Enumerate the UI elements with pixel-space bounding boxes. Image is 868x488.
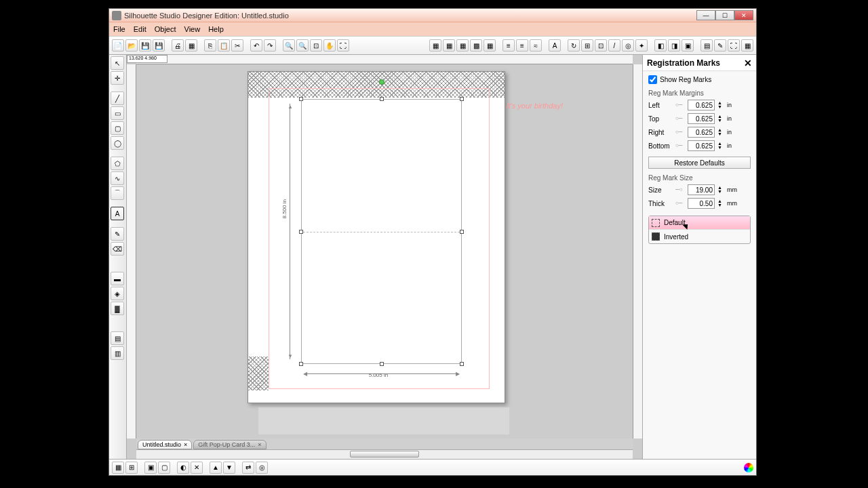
- undo-icon[interactable]: ↶: [250, 39, 262, 52]
- slider-icon[interactable]: ○─: [675, 200, 685, 207]
- line-tool-icon[interactable]: ╱: [111, 92, 124, 105]
- modify-icon[interactable]: ✦: [635, 39, 648, 52]
- scrollbar-thumb[interactable]: [350, 451, 419, 458]
- new-icon[interactable]: 📄: [112, 39, 124, 52]
- save-icon[interactable]: 💾: [139, 39, 151, 52]
- reg2-icon[interactable]: ▦: [484, 39, 496, 52]
- spinner[interactable]: ▲▼: [717, 199, 724, 207]
- spinner[interactable]: ▲▼: [717, 115, 724, 123]
- handle-mr[interactable]: [460, 230, 464, 234]
- paste-icon[interactable]: 📋: [218, 39, 230, 52]
- fit-icon[interactable]: ⛶: [337, 39, 349, 52]
- slider-icon[interactable]: ○─: [675, 115, 685, 122]
- spinner[interactable]: ▲▼: [717, 186, 724, 194]
- save2-icon[interactable]: 💾: [153, 39, 165, 52]
- print-icon[interactable]: 🖨: [172, 39, 184, 52]
- polygon-icon[interactable]: ⬠: [111, 157, 124, 170]
- handle-br[interactable]: [460, 362, 464, 366]
- store-icon[interactable]: ▤: [111, 331, 124, 345]
- handle-tm[interactable]: [380, 97, 384, 101]
- fill-icon[interactable]: ▓: [111, 302, 124, 315]
- center-icon[interactable]: ◎: [256, 462, 268, 474]
- tab-active[interactable]: Untitled.studio ×: [138, 440, 192, 449]
- spinner[interactable]: ▲▼: [717, 128, 724, 136]
- arc-icon[interactable]: ⌒: [111, 186, 124, 200]
- snap2-icon[interactable]: ⊞: [125, 462, 138, 474]
- sketch-icon[interactable]: ✎: [714, 39, 726, 52]
- style-inverted[interactable]: Inverted: [649, 230, 750, 243]
- left-input[interactable]: [688, 100, 715, 110]
- cut-icon[interactable]: ✂: [231, 39, 243, 52]
- scale-icon[interactable]: /: [608, 39, 620, 52]
- handle-bl[interactable]: [299, 362, 303, 366]
- zoom-out-icon[interactable]: 🔍: [296, 39, 309, 52]
- text-style-icon[interactable]: A: [549, 39, 561, 52]
- copy-icon[interactable]: ⎘: [204, 39, 216, 52]
- eraser-icon[interactable]: ⌫: [111, 242, 124, 256]
- weld-icon[interactable]: ◐: [177, 462, 189, 474]
- knife-icon[interactable]: ▬: [111, 272, 124, 285]
- tab-inactive[interactable]: Gift Pop-Up Card 3... ×: [193, 440, 266, 449]
- replicate-icon[interactable]: ⊡: [595, 39, 607, 52]
- show-reg-marks-checkbox[interactable]: [648, 75, 657, 84]
- open-icon[interactable]: 📂: [125, 39, 138, 52]
- restore-defaults-button[interactable]: Restore Defaults: [648, 157, 751, 169]
- zoom-in-icon[interactable]: 🔍: [283, 39, 295, 52]
- ellipse-icon[interactable]: ◯: [111, 136, 124, 150]
- rotation-handle[interactable]: [379, 79, 384, 85]
- mirror-icon[interactable]: ⇄: [242, 462, 254, 474]
- page-setup-icon[interactable]: ▦: [429, 39, 441, 52]
- select-icon[interactable]: ↖: [111, 56, 124, 70]
- edit-points-icon[interactable]: ✛: [111, 71, 124, 85]
- page[interactable]: ▲ ▼ 8.500 in ◀ ▶ 5.005 in It's your birt…: [248, 71, 505, 403]
- delete-icon[interactable]: ✕: [191, 462, 203, 474]
- close-button[interactable]: ✕: [734, 10, 753, 20]
- tab-close-icon[interactable]: ×: [258, 441, 261, 448]
- slider-icon[interactable]: ○─: [675, 129, 685, 136]
- bottom-input[interactable]: [688, 140, 715, 151]
- menu-edit[interactable]: Edit: [134, 25, 146, 33]
- right-input[interactable]: [688, 127, 715, 138]
- front-icon[interactable]: ▲: [210, 462, 222, 474]
- line3-icon[interactable]: ≈: [530, 39, 542, 52]
- scrollbar-horizontal[interactable]: [136, 449, 633, 459]
- cut-settings-icon[interactable]: ⛶: [728, 39, 740, 52]
- library-icon[interactable]: ▤: [701, 39, 713, 52]
- reg-marks-icon[interactable]: ▩: [470, 39, 482, 52]
- transform-icon[interactable]: ↻: [568, 39, 580, 52]
- redo-icon[interactable]: ↷: [264, 39, 276, 52]
- zoom-sel-icon[interactable]: ⊡: [310, 39, 322, 52]
- curve-icon[interactable]: ∿: [111, 171, 124, 185]
- top-input[interactable]: [688, 113, 715, 124]
- eyedrop-icon[interactable]: ◈: [111, 287, 124, 300]
- slider-icon[interactable]: ─○: [675, 186, 685, 193]
- slider-icon[interactable]: ○─: [675, 102, 685, 108]
- thick-input[interactable]: [688, 198, 715, 209]
- grid-icon[interactable]: ▦: [443, 39, 455, 52]
- align-icon[interactable]: ⊞: [581, 39, 593, 52]
- back-icon[interactable]: ▼: [223, 462, 235, 474]
- line2-icon[interactable]: ≡: [516, 39, 528, 52]
- size-input[interactable]: [688, 184, 715, 195]
- panel-close-icon[interactable]: ✕: [744, 58, 752, 68]
- handle-tl[interactable]: [299, 97, 303, 101]
- send-icon[interactable]: ▦: [741, 39, 753, 52]
- menu-file[interactable]: File: [113, 25, 125, 33]
- selected-shape[interactable]: ▲ ▼ 8.500 in ◀ ▶ 5.005 in It's your birt…: [301, 99, 462, 364]
- color-wheel-icon[interactable]: [744, 463, 753, 472]
- spinner[interactable]: ▲▼: [717, 101, 724, 109]
- menu-object[interactable]: Object: [155, 25, 176, 33]
- slider-icon[interactable]: ○─: [675, 142, 685, 149]
- trace3-icon[interactable]: ▣: [682, 39, 694, 52]
- round-rect-icon[interactable]: ▢: [111, 121, 124, 135]
- ungroup-icon[interactable]: ▢: [158, 462, 170, 474]
- menu-view[interactable]: View: [184, 25, 201, 33]
- handle-bm[interactable]: [380, 362, 384, 366]
- trace-icon[interactable]: ◧: [654, 39, 667, 52]
- canvas-area[interactable]: 13.620 4.980: [127, 55, 642, 459]
- pan-icon[interactable]: ✋: [323, 39, 336, 52]
- maximize-button[interactable]: ☐: [715, 10, 734, 20]
- grid2-icon[interactable]: ▦: [456, 39, 469, 52]
- library2-icon[interactable]: ▥: [111, 346, 124, 360]
- draw-icon[interactable]: ✎: [111, 227, 124, 241]
